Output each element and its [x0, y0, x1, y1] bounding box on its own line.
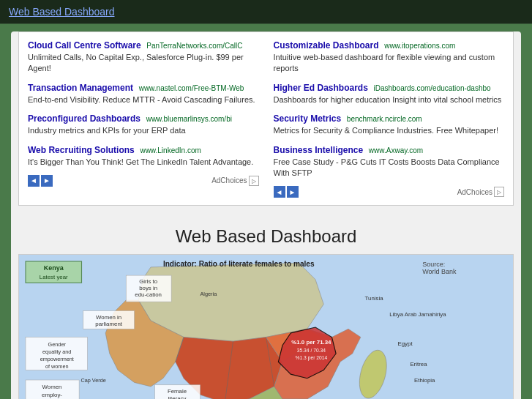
ad-url-4: www.LinkedIn.com — [140, 146, 201, 154]
ad-prev-btn-left[interactable]: ◄ — [28, 175, 40, 187]
ad-choices-label-right: AdChoices — [457, 188, 492, 196]
ad-item-4: Web Recruiting Solutions www.LinkedIn.co… — [28, 144, 259, 168]
ad-url-1: PanTerraNetworks.com/CallC — [146, 42, 242, 50]
ad-next-btn-left[interactable]: ► — [41, 175, 53, 187]
ad-link-2[interactable]: Transaction Management — [28, 83, 133, 93]
ad-link-7[interactable]: Security Metrics — [274, 113, 342, 124]
svg-text:Latest year: Latest year — [40, 274, 68, 280]
svg-text:Egypt: Egypt — [398, 340, 413, 347]
ad-link-3[interactable]: Preconfigured Dashboards — [28, 113, 141, 124]
ad-desc-8: Free Case Study - P&G Cuts IT Costs Boos… — [274, 157, 505, 179]
ad-choices-left: AdChoices ▷ — [211, 176, 258, 186]
ad-link-5[interactable]: Customizable Dashboard — [274, 40, 379, 51]
svg-text:equality and: equality and — [42, 348, 71, 355]
svg-text:parliament: parliament — [95, 321, 123, 327]
ad-url-8: www.Axway.com — [369, 146, 423, 154]
ad-url-7: benchmark.ncircle.com — [347, 115, 422, 123]
ad-prev-btn-right[interactable]: ◄ — [274, 186, 285, 198]
ad-url-3: www.bluemarlinsys.com/bi — [146, 115, 232, 123]
ad-url-5: www.itoperations.com — [384, 42, 455, 50]
page-title: Web Based Dashboard — [18, 226, 514, 247]
svg-text:Source:: Source: — [422, 261, 445, 268]
svg-text:Women: Women — [42, 384, 62, 391]
ad-choices-label-left: AdChoices — [211, 176, 247, 184]
ad-desc-5: Intuitive web-based dashboard for flexib… — [274, 52, 505, 75]
svg-text:%1.0 per 71.34: %1.0 per 71.34 — [291, 339, 331, 346]
map-svg: Indicator: Ratio of literate females to … — [19, 255, 513, 399]
svg-text:%1.3 per 2014: %1.3 per 2014 — [295, 355, 327, 361]
svg-text:World Bank: World Bank — [422, 268, 457, 275]
svg-text:Indicator: Ratio of literate f: Indicator: Ratio of literate females to … — [163, 260, 315, 268]
ad-item-3: Preconfigured Dashboards www.bluemarlins… — [28, 113, 259, 136]
svg-text:Women in: Women in — [96, 314, 121, 321]
ad-desc-2: End-to-end Visibility. Reduce MTTR - Avo… — [28, 94, 259, 105]
svg-text:Kenya: Kenya — [44, 265, 64, 272]
page-title-section: Web Based Dashboard — [11, 212, 521, 254]
header-bar: Web Based Dashboard — [0, 0, 532, 24]
ad-item-1: Cloud Call Centre Software PanTerraNetwo… — [28, 40, 259, 75]
ad-desc-3: Industry metrics and KPIs for your ERP d… — [28, 125, 259, 136]
ad-choices-icon-right[interactable]: ▷ — [494, 187, 504, 197]
svg-text:35.34 / 70.34: 35.34 / 70.34 — [297, 348, 326, 353]
ad-desc-6: Dashboards for higher education Insight … — [274, 94, 505, 105]
ad-choices-icon-left[interactable]: ▷ — [249, 176, 259, 186]
map-container: Indicator: Ratio of literate females to … — [19, 255, 513, 399]
ad-item-5: Customizable Dashboard www.itoperations.… — [274, 40, 505, 75]
main-content: Cloud Call Centre Software PanTerraNetwo… — [11, 31, 521, 399]
ad-link-1[interactable]: Cloud Call Centre Software — [28, 40, 141, 51]
ad-link-8[interactable]: Business Intelligence — [274, 145, 364, 155]
ad-link-6[interactable]: Higher Ed Dashboards — [274, 83, 368, 93]
ad-desc-4: It's Bigger Than You Think! Get The Link… — [28, 157, 259, 168]
ad-block: Cloud Call Centre Software PanTerraNetwo… — [18, 31, 514, 206]
svg-text:Tunisia: Tunisia — [365, 295, 384, 302]
ad-item-2: Transaction Management www.nastel.com/Fr… — [28, 82, 259, 105]
svg-text:Girls to: Girls to — [139, 279, 158, 286]
svg-text:edu-cation: edu-cation — [135, 292, 162, 299]
ad-footer-right: ◄ ► AdChoices ▷ — [274, 186, 505, 198]
ad-desc-1: Unlimited Calls, No Capital Exp., Salesf… — [28, 52, 259, 75]
ad-url-2: www.nastel.com/Free-BTM-Web — [139, 84, 244, 92]
ad-column-right: Customizable Dashboard www.itoperations.… — [274, 40, 505, 198]
ad-desc-7: Metrics for Security & Compliance Indust… — [274, 125, 505, 136]
ad-item-7: Security Metrics benchmark.ncircle.com M… — [274, 113, 505, 136]
svg-text:empowerment: empowerment — [40, 356, 74, 362]
map-section: Indicator: Ratio of literate females to … — [18, 254, 514, 399]
ad-choices-right: AdChoices ▷ — [457, 187, 504, 197]
svg-text:Libya Arab Jamahiriya: Libya Arab Jamahiriya — [389, 312, 446, 318]
svg-text:Gender: Gender — [48, 341, 67, 348]
ad-item-6: Higher Ed Dashboards iDashboards.com/edu… — [274, 82, 505, 105]
svg-text:of women: of women — [45, 364, 69, 370]
ad-footer-left: ◄ ► AdChoices ▷ — [28, 175, 259, 187]
svg-text:Ethiopia: Ethiopia — [414, 378, 435, 384]
header-link[interactable]: Web Based Dashboard — [9, 6, 115, 18]
ad-url-6: iDashboards.com/education-dashbo — [373, 84, 490, 92]
ad-link-4[interactable]: Web Recruiting Solutions — [28, 145, 135, 155]
svg-text:Cap Verde: Cap Verde — [80, 378, 105, 384]
svg-text:literacy: literacy — [168, 395, 187, 399]
ad-column-left: Cloud Call Centre Software PanTerraNetwo… — [28, 40, 259, 198]
svg-text:Algeria: Algeria — [201, 291, 218, 298]
svg-text:Eritrea: Eritrea — [410, 361, 427, 368]
svg-text:employ-: employ- — [42, 392, 62, 398]
ad-next-btn-right[interactable]: ► — [287, 186, 299, 198]
ad-item-8: Business Intelligence www.Axway.com Free… — [274, 144, 505, 179]
svg-text:boys in: boys in — [139, 286, 157, 292]
svg-text:Female: Female — [168, 388, 187, 395]
